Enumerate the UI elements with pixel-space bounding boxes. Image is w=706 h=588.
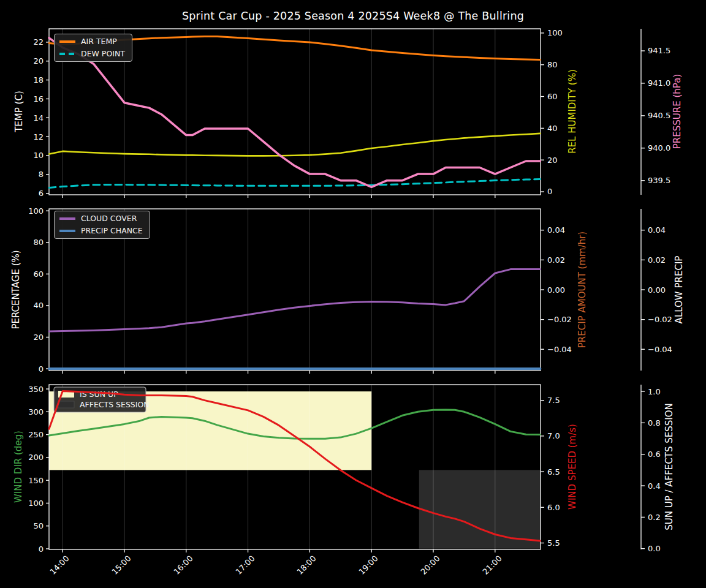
legend-label-dew-point: DEW POINT [81, 50, 125, 58]
axis-label-allow-precip: ALLOW PRECIP [674, 256, 685, 324]
legend-label-air-temp: AIR TEMP [81, 37, 117, 46]
precip-chance-swatch [59, 230, 75, 232]
legend-item-dew-point: DEW POINT [59, 50, 125, 58]
axis-label-pressure: PRESSURE (hPa) [672, 74, 683, 149]
axis-label-sun-up: SUN UP / AFFECTS SESSION [664, 403, 675, 530]
air-temp-swatch [59, 40, 75, 43]
axis-label-temp: TEMP (C) [13, 91, 25, 132]
legend-label-cloud-cover: CLOUD COVER [81, 214, 137, 223]
series-dew-point [49, 179, 540, 188]
legend-item-cloud-cover: CLOUD COVER [59, 214, 143, 223]
weather-forecast-figure: { "title": "Sprint Car Cup - 2025 Season… [0, 0, 706, 588]
axis-label-precip-amount: PRECIP AMOUNT (mm/hr) [577, 232, 588, 348]
legend-item-air-temp: AIR TEMP [59, 37, 125, 46]
axis-label-wind-speed: WIND SPEED (m/s) [567, 424, 578, 510]
axis-label-wind-dir: WIND DIR (deg) [13, 431, 24, 503]
legend-label-precip-chance: PRECIP CHANCE [81, 227, 143, 235]
legend-item-precip-chance: PRECIP CHANCE [59, 227, 143, 235]
figure-title: Sprint Car Cup - 2025 Season 4 2025S4 We… [0, 10, 706, 22]
dew-point-swatch [59, 53, 75, 55]
cloud-cover-swatch [59, 217, 75, 220]
axis-label-humidity: REL HUMIDITY (%) [567, 69, 578, 154]
legend-temperature: AIR TEMP DEW POINT [54, 34, 132, 62]
legend-precipitation: CLOUD COVER PRECIP CHANCE [54, 211, 150, 239]
series-wind-dir [49, 410, 540, 439]
series-rel-humidity [49, 134, 540, 156]
series-cloud-cover [49, 270, 540, 331]
chart-lines-layer [0, 0, 706, 588]
axis-label-percentage: PERCENTAGE (%) [10, 250, 21, 329]
